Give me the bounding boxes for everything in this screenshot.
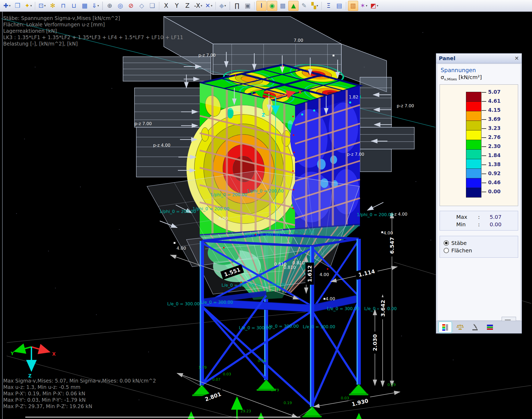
scene-label: Z bbox=[262, 112, 265, 118]
scale-color-cell bbox=[466, 159, 481, 169]
scale-color-cell bbox=[466, 169, 481, 178]
new-block-dropdown[interactable]: ▾ bbox=[30, 4, 32, 7]
isometric-view-button[interactable]: ◇ bbox=[137, 1, 147, 11]
display-properties-dropdown[interactable]: ▾ bbox=[366, 4, 367, 7]
scale-color-cell bbox=[466, 111, 481, 121]
display-properties-button[interactable]: ✶▾ bbox=[359, 1, 369, 11]
scene-label: Y bbox=[10, 351, 14, 356]
show-supports-button[interactable]: ▲ bbox=[288, 1, 298, 11]
radio-staebe[interactable]: Stäbe bbox=[444, 240, 518, 246]
solids-display-dropdown[interactable]: ▾ bbox=[224, 4, 226, 7]
view-minus-x-dropdown[interactable]: ▾ bbox=[201, 4, 202, 7]
results-solids-icon: ▩ bbox=[280, 3, 286, 9]
tab-color-scale[interactable] bbox=[439, 322, 452, 333]
scene-label: 0.810 bbox=[292, 260, 305, 265]
perspective-view-button[interactable]: ✕▾ bbox=[204, 1, 214, 11]
result-diagrams-icon: Ξ bbox=[327, 3, 331, 9]
results-solids-button[interactable]: ▩ bbox=[278, 1, 288, 11]
perspective-view-icon: ✕ bbox=[205, 3, 210, 9]
panel-toggle-button[interactable]: ▥ bbox=[348, 1, 358, 11]
color-scale: 5.074.614.153.693.232.762.301.841.380.92… bbox=[440, 84, 518, 206]
toolbar-separator bbox=[159, 2, 159, 10]
view-y-icon: Y bbox=[175, 3, 179, 9]
new-load-icon: ⇓ bbox=[92, 3, 97, 9]
scene-label: 1.79 bbox=[271, 388, 279, 392]
new-node-button[interactable]: ✻ bbox=[48, 1, 58, 11]
result-diagrams-button[interactable]: Ξ bbox=[324, 1, 334, 11]
rendering-options-button[interactable]: ▣ bbox=[243, 1, 253, 11]
view-generator-button[interactable]: ✚▾ bbox=[2, 1, 12, 11]
scene-label: 4.00 bbox=[320, 272, 329, 277]
radio-circle-flaechen[interactable] bbox=[444, 248, 449, 253]
view-generator-icon: ✚ bbox=[3, 3, 9, 9]
scene-label: 1.79 bbox=[198, 365, 207, 369]
scene-label: L/e_0 = 300.00 bbox=[200, 300, 233, 305]
toolbar-separator bbox=[230, 2, 230, 10]
move-copy-dropdown[interactable]: ▾ bbox=[44, 4, 46, 7]
new-surface-icon: ▦ bbox=[82, 3, 88, 9]
radio-circle-staebe[interactable] bbox=[444, 240, 449, 246]
zoom-cancel-button[interactable]: ⊘ bbox=[126, 1, 136, 11]
view-minus-x-button[interactable]: -X▾ bbox=[193, 1, 203, 11]
radio-flaechen[interactable]: Flächen bbox=[444, 247, 518, 254]
panel-toggle-icon: ▥ bbox=[350, 3, 356, 9]
scene-label: 1.82 bbox=[349, 95, 358, 100]
svg-text:3.642: 3.642 bbox=[380, 300, 386, 317]
panel-titlebar[interactable]: Panel ✕ bbox=[436, 54, 522, 63]
toolbar-separator bbox=[346, 2, 346, 10]
scene-label: L/e_0 = 300.00 bbox=[222, 283, 254, 288]
view-z-button[interactable]: Z bbox=[182, 1, 193, 11]
tab-factors[interactable] bbox=[453, 322, 467, 333]
color-settings-button[interactable]: ◩▾ bbox=[369, 1, 379, 11]
zoom-window-button[interactable]: ◎ bbox=[115, 1, 125, 11]
move-copy-icon: ⊡ bbox=[39, 3, 44, 9]
new-surface-button[interactable]: ▦ bbox=[80, 1, 90, 11]
pan-zoom-button[interactable]: ⊕ bbox=[105, 1, 115, 11]
scene-label: 29.23 bbox=[240, 409, 251, 413]
user-profiles-icon: ▚ bbox=[311, 3, 316, 9]
results-members-button[interactable]: I bbox=[256, 1, 267, 11]
color-settings-dropdown[interactable]: ▾ bbox=[377, 4, 378, 7]
panel-quantity-label: σv,Mises [kN/cm²] bbox=[441, 74, 520, 81]
color-scale-rows bbox=[466, 92, 481, 198]
scene-label: L/e_0 = 300.00 bbox=[327, 306, 359, 311]
new-member-button[interactable]: ⊓ bbox=[58, 1, 68, 11]
new-block-button[interactable]: ✦▾ bbox=[23, 1, 33, 11]
perspective-view-dropdown[interactable]: ▾ bbox=[211, 4, 212, 7]
scale-color-cell bbox=[466, 140, 481, 150]
result-tables-button[interactable]: ▤ bbox=[334, 1, 344, 11]
scene-label: p-z 7.00 bbox=[397, 103, 414, 108]
solid-model-button[interactable]: ❒ bbox=[13, 1, 23, 11]
scene-label: L/e_0 = 300.00 bbox=[253, 282, 286, 287]
tab-filter[interactable] bbox=[468, 322, 482, 333]
scene-label: 4.00 bbox=[326, 296, 335, 301]
solid-model-icon: ❒ bbox=[15, 3, 21, 9]
tab-display[interactable] bbox=[483, 322, 497, 333]
isometric-view-icon: ◇ bbox=[139, 3, 144, 9]
scene-label: Y bbox=[250, 91, 254, 96]
view-y-button[interactable]: Y bbox=[172, 1, 182, 11]
view-x-button[interactable]: X bbox=[161, 1, 171, 11]
new-load-button[interactable]: ⇓▾ bbox=[90, 1, 100, 11]
user-profiles-dropdown[interactable]: ▾ bbox=[317, 4, 318, 7]
color-scale-tab-icon bbox=[441, 323, 449, 331]
model-display-button[interactable]: ∏ bbox=[232, 1, 242, 11]
dimension-label: 1.612 bbox=[305, 263, 314, 285]
toolbar-separator bbox=[254, 2, 255, 10]
scene-label: 1/phi_0 = 200.00 bbox=[210, 192, 247, 198]
move-copy-button[interactable]: ⊡▾ bbox=[37, 1, 47, 11]
user-profiles-button[interactable]: ▚▾ bbox=[310, 1, 320, 11]
new-load-dropdown[interactable]: ▾ bbox=[97, 4, 99, 7]
scene-label: 1/phi_0 = 200.00 bbox=[243, 232, 280, 238]
window-arrangement-button[interactable]: ❏ bbox=[147, 1, 157, 11]
results-surfaces-button[interactable]: ◉ bbox=[267, 1, 277, 11]
view-generator-dropdown[interactable]: ▾ bbox=[9, 4, 11, 7]
new-member-set-button[interactable]: ⊔ bbox=[69, 1, 79, 11]
scene-label: 1/phi_0 = 200.00 bbox=[159, 209, 196, 214]
options-box: StäbeFlächen bbox=[440, 236, 518, 258]
panel-close-button[interactable]: ✕ bbox=[514, 55, 519, 61]
smooth-shading-button[interactable]: ✎ bbox=[299, 1, 309, 11]
solids-display-icon: ◆ bbox=[219, 3, 224, 9]
solids-display-button[interactable]: ◆▾ bbox=[218, 1, 228, 11]
scale-color-cell bbox=[466, 121, 481, 130]
